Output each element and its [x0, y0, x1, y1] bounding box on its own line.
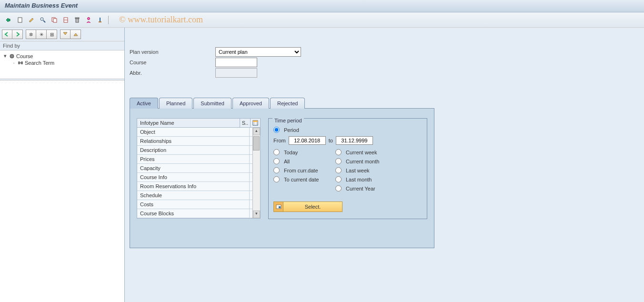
- radio-current-year[interactable]: Current Year: [335, 184, 422, 193]
- svg-rect-15: [20, 62, 21, 63]
- radio-period[interactable]: Period: [273, 125, 422, 134]
- tree-item-searchterm[interactable]: · Search Term: [10, 60, 122, 66]
- table-row[interactable]: Capacity: [137, 164, 260, 173]
- svg-point-12: [10, 54, 14, 58]
- nav-tree: ▾ Course · Search Term: [0, 50, 124, 79]
- svg-rect-4: [53, 19, 57, 22]
- time-period-title: Time period: [272, 118, 304, 123]
- tree-icon[interactable]: ⊞: [47, 30, 57, 39]
- infotype-header-s[interactable]: S..: [240, 119, 251, 127]
- table-settings-icon[interactable]: [251, 119, 260, 127]
- radio-period-input[interactable]: [273, 127, 280, 133]
- select-button-label: Select.: [283, 204, 342, 210]
- scroll-down-icon[interactable]: ▾: [253, 211, 260, 218]
- to-date-input[interactable]: [336, 136, 373, 145]
- tab-approved[interactable]: Approved: [232, 98, 269, 109]
- course-input[interactable]: [215, 58, 257, 67]
- plan-version-label: Plan version: [130, 49, 215, 55]
- course-node-icon: [9, 53, 15, 59]
- select-button-icon: [274, 202, 283, 211]
- svg-rect-21: [279, 206, 281, 208]
- from-label: From: [273, 138, 286, 143]
- tab-panel: Infotype Name S.. Object Relationships D…: [130, 108, 434, 248]
- svg-point-9: [88, 17, 90, 20]
- from-date-input[interactable]: [289, 136, 326, 145]
- svg-line-2: [43, 20, 45, 22]
- tree-item-label: Course: [16, 53, 33, 59]
- edit-icon[interactable]: [27, 15, 36, 25]
- delimit-icon[interactable]: [61, 15, 70, 25]
- table-row[interactable]: Object: [137, 128, 260, 137]
- table-row[interactable]: Prices: [137, 155, 260, 164]
- table-row[interactable]: Description: [137, 146, 260, 155]
- window-title: Maintain Business Event: [5, 2, 78, 9]
- user-icon[interactable]: [84, 15, 93, 25]
- window-title-bar: Maintain Business Event: [0, 0, 644, 12]
- radio-last-month[interactable]: Last month: [335, 175, 422, 184]
- svg-rect-0: [18, 18, 22, 22]
- findby-label: Find by: [0, 41, 124, 50]
- toolbar-separator: [108, 16, 109, 24]
- radio-last-week[interactable]: Last week: [335, 166, 422, 175]
- svg-rect-17: [253, 121, 258, 122]
- radio-to-currentdate[interactable]: To current date: [273, 175, 335, 184]
- svg-point-1: [40, 18, 43, 20]
- copy-icon[interactable]: [50, 15, 59, 25]
- binoculars-icon: [18, 60, 23, 66]
- plan-version-select[interactable]: Current plan: [215, 47, 301, 57]
- nav-forward-icon[interactable]: [12, 30, 23, 39]
- tab-active[interactable]: Active: [130, 98, 158, 109]
- sidebar-empty-area: [0, 80, 124, 302]
- infotype-rows: Object Relationships Description Prices …: [137, 128, 261, 219]
- table-row[interactable]: Room Reservations Info: [137, 182, 260, 191]
- abbr-input[interactable]: [215, 68, 257, 78]
- tab-planned[interactable]: Planned: [159, 98, 192, 109]
- radio-all[interactable]: All: [273, 157, 335, 166]
- table-scrollbar[interactable]: ▴ ▾: [252, 128, 260, 218]
- to-label: to: [329, 138, 333, 143]
- status-tabs: Active Planned Submitted Approved Reject…: [130, 97, 434, 108]
- filter-up-icon[interactable]: [70, 30, 81, 39]
- radio-from-currdate[interactable]: From curr.date: [273, 166, 335, 175]
- infotype-header-name[interactable]: Infotype Name: [137, 119, 240, 127]
- svg-rect-8: [75, 18, 79, 19]
- tree-item-course[interactable]: ▾ Course: [2, 52, 122, 60]
- sidebar-toolbar: ✲ ✳ ⊞: [0, 28, 124, 41]
- svg-rect-7: [76, 19, 79, 22]
- detail-icon[interactable]: [95, 15, 105, 25]
- table-row[interactable]: Costs: [137, 200, 260, 209]
- watermark-text: © www.tutorialkart.com: [119, 15, 203, 25]
- radio-current-week[interactable]: Current week: [335, 148, 422, 157]
- main-toolbar: © www.tutorialkart.com: [0, 12, 644, 28]
- infotype-table: Infotype Name S.. Object Relationships D…: [137, 118, 261, 219]
- table-row[interactable]: Schedule: [137, 191, 260, 200]
- scroll-thumb[interactable]: [253, 136, 260, 151]
- radio-current-month[interactable]: Current month: [335, 157, 422, 166]
- svg-rect-11: [99, 21, 101, 22]
- radio-today[interactable]: Today: [273, 148, 335, 157]
- delete-icon[interactable]: [72, 15, 82, 25]
- tab-submitted[interactable]: Submitted: [193, 98, 231, 109]
- create-icon[interactable]: [15, 15, 25, 25]
- tree-leaf-icon: ·: [11, 60, 16, 66]
- filter-down-icon[interactable]: [60, 30, 70, 39]
- select-button[interactable]: Select.: [273, 201, 342, 212]
- table-row[interactable]: Course Blocks: [137, 209, 260, 218]
- nav-back-icon[interactable]: [2, 30, 12, 39]
- tree-item-label: Search Term: [25, 60, 54, 66]
- scroll-up-icon[interactable]: ▴: [253, 128, 260, 135]
- table-row[interactable]: Relationships: [137, 137, 260, 146]
- tab-rejected[interactable]: Rejected: [270, 98, 305, 109]
- expand-icon[interactable]: ✲: [26, 30, 36, 39]
- other-object-icon[interactable]: [4, 15, 13, 25]
- sidebar: ✲ ✳ ⊞ Find by ▾ Course · Search Term: [0, 28, 125, 302]
- content-area: Plan version Current plan Course Abbr. A…: [125, 28, 644, 302]
- collapse-icon[interactable]: ✳: [36, 30, 47, 39]
- table-row[interactable]: Course Info: [137, 173, 260, 182]
- tree-expand-icon[interactable]: ▾: [3, 53, 8, 59]
- time-period-panel: Time period Period From to: [268, 118, 427, 219]
- course-label: Course: [130, 60, 215, 65]
- infotype-header: Infotype Name S..: [137, 118, 261, 128]
- display-icon[interactable]: [38, 15, 48, 25]
- abbr-label: Abbr.: [130, 70, 215, 76]
